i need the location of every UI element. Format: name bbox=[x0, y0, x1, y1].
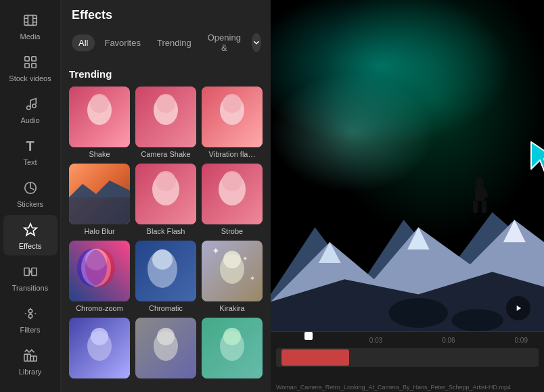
sidebar-item-filters[interactable]: Filters bbox=[3, 299, 58, 339]
svg-point-69 bbox=[389, 297, 448, 327]
effect-name-black-flash: Black Flash bbox=[135, 227, 196, 235]
effect-item-black-flash[interactable]: Black Flash bbox=[135, 164, 196, 235]
music-icon bbox=[21, 95, 40, 114]
sidebar-item-audio[interactable]: Audio bbox=[3, 89, 58, 130]
sidebar-label-media: Media bbox=[20, 32, 41, 41]
timeline-tracks bbox=[271, 348, 544, 383]
svg-text:✦: ✦ bbox=[249, 274, 256, 283]
playhead-head bbox=[304, 332, 313, 340]
sidebar-item-text[interactable]: T Text bbox=[3, 131, 58, 172]
svg-rect-9 bbox=[24, 64, 28, 68]
sidebar-item-stock-videos[interactable]: Stock videos bbox=[3, 47, 58, 88]
time-mark-3: 0:09 bbox=[515, 337, 528, 344]
svg-text:✦: ✦ bbox=[212, 245, 220, 256]
effect-name-strobe: Strobe bbox=[202, 227, 263, 235]
stickers-icon bbox=[21, 178, 40, 197]
effect-thumb-blackflash bbox=[135, 164, 196, 224]
timeline-filename: Woman_Camera_Retro_Looking_At_Camera_By_… bbox=[271, 383, 544, 392]
svg-rect-8 bbox=[31, 57, 35, 61]
library-icon bbox=[21, 346, 40, 365]
effects-grid: Shake Camera Shake bbox=[69, 87, 263, 381]
sidebar-label-text: Text bbox=[23, 158, 37, 166]
text-icon: T bbox=[21, 137, 40, 155]
effect-item-shake[interactable]: Shake bbox=[69, 87, 130, 158]
tab-trending[interactable]: Trending bbox=[150, 34, 198, 51]
transitions-icon bbox=[21, 262, 40, 281]
effect-thumb-row4a bbox=[69, 318, 130, 378]
svg-marker-14 bbox=[24, 224, 36, 235]
effects-icon bbox=[21, 220, 40, 239]
effect-item-row4a[interactable] bbox=[69, 318, 130, 381]
panel-title: Effects bbox=[72, 8, 260, 22]
tab-all[interactable]: All bbox=[72, 34, 95, 51]
effect-item-chromatic[interactable]: Chromatic bbox=[135, 241, 196, 312]
sidebar-item-effects[interactable]: Effects bbox=[3, 215, 58, 255]
svg-point-58 bbox=[157, 328, 175, 345]
section-title-trending: Trending bbox=[69, 68, 263, 80]
effect-item-kirakira[interactable]: ✦ ✦ ✦ Kirakira bbox=[202, 241, 263, 312]
sidebar-item-stickers[interactable]: Stickers bbox=[3, 173, 58, 214]
svg-point-71 bbox=[476, 177, 484, 187]
effect-name-halo-blur: Halo Blur bbox=[69, 227, 130, 235]
svg-marker-62 bbox=[531, 142, 544, 174]
effect-thumb-chromatic bbox=[135, 241, 196, 301]
sidebar-label-library: Library bbox=[19, 368, 42, 376]
svg-point-12 bbox=[32, 104, 36, 108]
effect-item-strobe[interactable]: Strobe bbox=[202, 164, 263, 235]
sidebar-label-audio: Audio bbox=[20, 116, 39, 124]
sidebar-item-media[interactable]: Media bbox=[3, 5, 58, 46]
svg-rect-10 bbox=[31, 64, 35, 68]
svg-point-55 bbox=[91, 328, 108, 345]
cursor-arrow bbox=[528, 139, 544, 179]
timeline: 0:03 0:06 0:09 Woman_Camera_Retro_Lookin… bbox=[271, 331, 544, 392]
effect-thumb-vibration bbox=[202, 87, 263, 147]
filters-icon bbox=[21, 304, 40, 323]
right-area: 0:03 0:06 0:09 Woman_Camera_Retro_Lookin… bbox=[271, 0, 544, 392]
sidebar-label-effects: Effects bbox=[19, 242, 41, 250]
mountains bbox=[271, 182, 544, 332]
svg-rect-73 bbox=[473, 201, 478, 213]
play-button[interactable] bbox=[506, 296, 530, 320]
effect-thumb-haloblur bbox=[69, 164, 130, 224]
svg-point-70 bbox=[452, 309, 503, 331]
svg-rect-31 bbox=[69, 197, 130, 224]
svg-rect-15 bbox=[24, 268, 28, 276]
effect-thumb-chromozoom bbox=[69, 241, 130, 301]
timeline-playhead bbox=[304, 332, 313, 341]
svg-point-29 bbox=[223, 94, 242, 113]
effect-item-camera-shake[interactable]: Camera Shake bbox=[135, 87, 196, 158]
effect-item-row4c[interactable] bbox=[202, 318, 263, 381]
svg-point-26 bbox=[156, 94, 175, 113]
filter-tabs: All Favorites Trending Opening & bbox=[72, 29, 260, 56]
tab-opening[interactable]: Opening & bbox=[201, 29, 248, 56]
video-track[interactable] bbox=[276, 348, 539, 367]
effect-item-row4b[interactable] bbox=[135, 318, 196, 381]
film-icon bbox=[21, 11, 40, 30]
video-clip[interactable] bbox=[281, 349, 349, 366]
video-preview bbox=[271, 0, 544, 331]
sidebar-item-library[interactable]: Library bbox=[3, 341, 58, 381]
effect-item-chromo-zoom[interactable]: Chromo-zoom bbox=[69, 241, 130, 312]
sidebar-item-transitions[interactable]: Transitions bbox=[3, 257, 58, 297]
svg-point-23 bbox=[90, 94, 109, 113]
effect-thumb-strobe bbox=[202, 164, 263, 224]
tab-more-button[interactable] bbox=[252, 33, 261, 52]
svg-marker-76 bbox=[517, 305, 521, 311]
effect-name-kirakira: Kirakira bbox=[202, 304, 263, 312]
effect-name-vibration: Vibration fla… bbox=[202, 150, 263, 158]
effect-item-vibration[interactable]: Vibration fla… bbox=[202, 87, 263, 158]
time-mark-2: 0:06 bbox=[442, 337, 455, 344]
svg-rect-0 bbox=[24, 16, 36, 26]
effect-name-chromatic: Chromatic bbox=[135, 304, 196, 312]
svg-point-35 bbox=[156, 171, 176, 191]
svg-point-11 bbox=[26, 106, 30, 110]
effect-thumb-shake bbox=[69, 87, 130, 147]
sidebar-label-filters: Filters bbox=[20, 326, 41, 334]
effect-thumb-camerashake bbox=[135, 87, 196, 147]
effect-item-halo-blur[interactable]: Halo Blur bbox=[69, 164, 130, 235]
svg-rect-7 bbox=[24, 57, 28, 61]
svg-point-61 bbox=[223, 328, 241, 345]
effect-thumb-row4c bbox=[202, 318, 263, 378]
effect-name-shake: Shake bbox=[69, 150, 130, 158]
tab-favorites[interactable]: Favorites bbox=[97, 34, 147, 51]
